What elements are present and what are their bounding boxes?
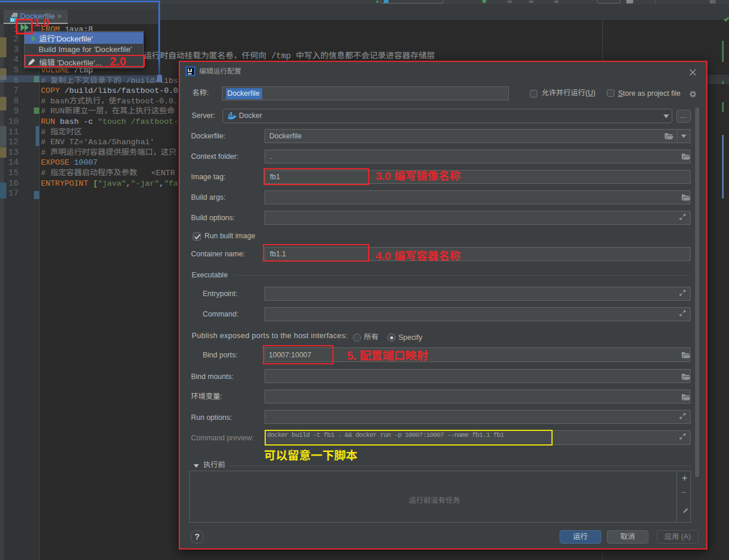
svg-text:D: D [11,18,14,22]
